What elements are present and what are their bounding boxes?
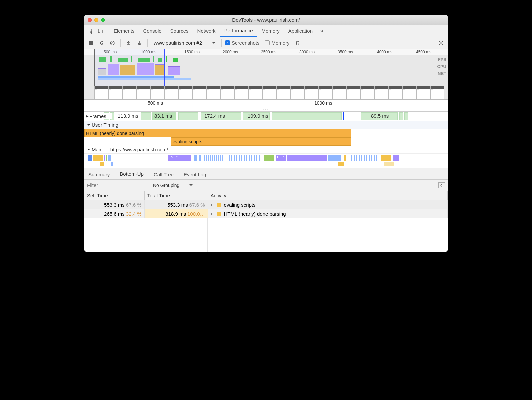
flame-chart[interactable]: La…t L…t <box>84 154 448 168</box>
svg-rect-1 <box>100 30 102 33</box>
details-tabs: Summary Bottom-Up Call Tree Event Log <box>84 168 448 180</box>
memory-checkbox[interactable]: Memory <box>265 40 289 46</box>
overview-pane[interactable]: 500 ms 1000 ms 1500 ms 2000 ms 2500 ms 3… <box>84 49 448 100</box>
titlebar: DevTools - www.paulirish.com/ <box>84 15 448 25</box>
collapse-icon <box>87 149 90 152</box>
bottom-up-table: Self Time Total Time Activity 553.3 ms67… <box>84 191 448 218</box>
panel-tabs: Elements Console Sources Network Perform… <box>84 25 448 37</box>
tab-sources[interactable]: Sources <box>166 25 193 37</box>
filter-row: No Grouping <box>84 180 448 191</box>
timing-bar-evaling[interactable]: evaling scripts <box>171 137 351 146</box>
inspect-icon[interactable] <box>86 26 96 36</box>
screenshots-checkbox[interactable]: ✓ Screenshots <box>225 40 259 46</box>
download-profile-icon[interactable] <box>135 38 144 48</box>
col-total-time[interactable]: Total Time <box>144 191 208 200</box>
record-button[interactable] <box>86 38 96 48</box>
col-activity[interactable]: Activity <box>208 191 448 200</box>
tab-console[interactable]: Console <box>139 25 166 37</box>
reload-record-button[interactable] <box>97 38 106 48</box>
tab-event-log[interactable]: Event Log <box>183 170 207 179</box>
marker-line <box>204 49 204 86</box>
checkbox-icon <box>265 40 270 45</box>
detail-ruler[interactable]: 500 ms 1000 ms <box>84 100 448 107</box>
tab-performance[interactable]: Performance <box>220 25 257 37</box>
tab-memory[interactable]: Memory <box>257 25 284 37</box>
upload-profile-icon[interactable] <box>124 38 133 48</box>
main-thread-header[interactable]: Main — https://www.paulirish.com/ <box>84 146 448 154</box>
activity-color-icon <box>217 203 221 207</box>
window-title: DevTools - www.paulirish.com/ <box>84 17 448 23</box>
tab-summary[interactable]: Summary <box>88 170 110 179</box>
grouping-dropdown[interactable]: No Grouping <box>150 183 195 188</box>
expand-icon[interactable] <box>211 203 214 207</box>
more-tabs-icon[interactable]: » <box>317 26 326 36</box>
tab-network[interactable]: Network <box>193 25 220 37</box>
svg-point-4 <box>440 42 442 44</box>
user-timing-header[interactable]: User Timing <box>84 121 448 129</box>
checkbox-checked-icon: ✓ <box>225 40 230 45</box>
devtools-window: DevTools - www.paulirish.com/ Elements C… <box>84 15 448 252</box>
tab-call-tree[interactable]: Call Tree <box>153 170 174 179</box>
tab-application[interactable]: Application <box>284 25 317 37</box>
garbage-collect-icon[interactable] <box>293 38 302 48</box>
tab-elements[interactable]: Elements <box>109 25 139 37</box>
table-empty-area <box>84 218 448 252</box>
user-timing-section: User Timing HTML (nearly) done parsing e… <box>84 121 448 146</box>
more-menu-icon[interactable]: ⋮ <box>436 26 446 36</box>
frames-row[interactable]: 113.9 ms 83.1 ms 172.4 ms 109.0 ms 89.5 … <box>84 112 448 121</box>
caret-down-icon <box>189 184 193 188</box>
caret-down-icon <box>212 42 215 45</box>
table-row[interactable]: 265.6 ms32.4 % 818.9 ms100.0… HTML (near… <box>84 209 448 218</box>
tab-bottom-up[interactable]: Bottom-Up <box>119 169 144 179</box>
settings-gear-icon[interactable] <box>436 38 446 48</box>
overview-labels: FPS CPU NET <box>437 57 446 76</box>
expand-icon[interactable] <box>211 212 214 216</box>
selection-handle-right[interactable] <box>164 49 165 86</box>
timing-bar-html-parse[interactable]: HTML (nearly) done parsing <box>84 129 351 137</box>
collapsed-row[interactable]: ··· <box>84 107 448 112</box>
collapse-icon <box>87 124 90 127</box>
recording-dropdown[interactable]: www.paulirish.com #2 <box>151 40 218 46</box>
device-toggle-icon[interactable] <box>96 26 105 36</box>
screenshot-strip: document.write(Array.from({length:25}).m… <box>94 86 448 99</box>
activity-color-icon <box>217 212 221 216</box>
performance-toolbar: www.paulirish.com #2 ✓ Screenshots Memor… <box>84 37 448 49</box>
collapse-panel-icon[interactable] <box>438 182 445 188</box>
filter-input[interactable] <box>87 182 137 188</box>
clear-button[interactable] <box>108 38 117 48</box>
table-row[interactable]: 553.3 ms67.6 % 553.3 ms67.6 % evaling sc… <box>84 200 448 210</box>
col-self-time[interactable]: Self Time <box>84 191 144 200</box>
recording-dropdown-label: www.paulirish.com #2 <box>154 40 202 46</box>
svg-line-3 <box>111 42 114 44</box>
